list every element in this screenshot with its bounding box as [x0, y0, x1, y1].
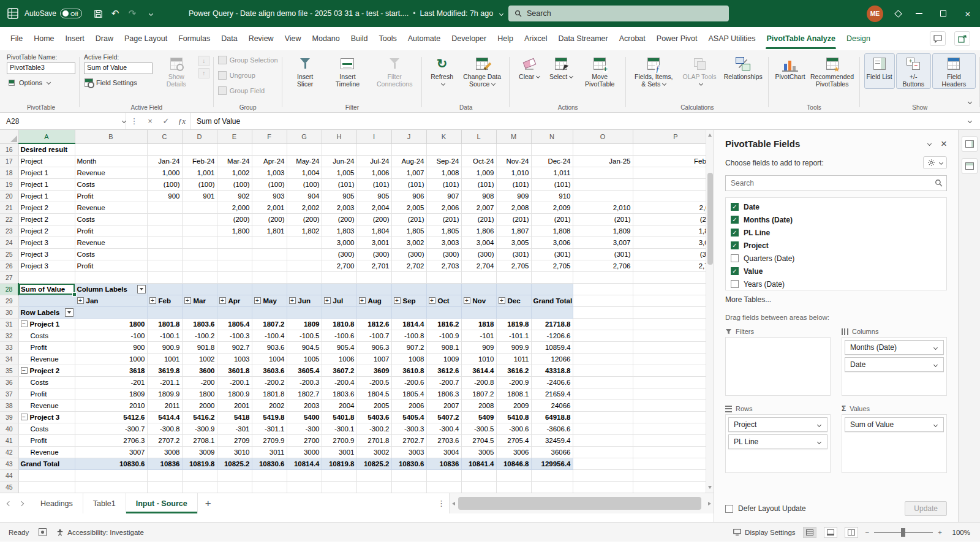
horizontal-scroll-thumb[interactable]	[458, 497, 701, 510]
cell-M38[interactable]: 2009	[496, 399, 531, 411]
cell-F35[interactable]: 3603.6	[252, 365, 287, 376]
cell-M43[interactable]: 10846.8	[496, 458, 531, 469]
cell-G35[interactable]: 3605.4	[287, 365, 322, 376]
cell-G37[interactable]: 1802.7	[287, 388, 322, 399]
cell-I26[interactable]: 2,701	[356, 260, 391, 271]
cell-A29[interactable]	[18, 295, 75, 306]
row-header-37[interactable]: 37	[0, 388, 18, 399]
cell-N21[interactable]: 2,009	[531, 202, 573, 213]
column-header-C[interactable]: C	[147, 130, 182, 143]
cell-M24[interactable]: 3,005	[496, 237, 531, 248]
area-box-filters[interactable]	[725, 337, 831, 396]
menu-tab-power-pivot[interactable]: Power Pivot	[651, 27, 703, 50]
cell-M42[interactable]: 3006	[496, 446, 531, 458]
cell-A42[interactable]: Revenue	[18, 446, 75, 458]
cell-C35[interactable]: 3619.8	[147, 365, 182, 376]
cell-B21[interactable]: Revenue	[75, 202, 147, 213]
fields-pane-tab-icon[interactable]	[962, 136, 978, 152]
cell-E33[interactable]: 902.7	[217, 341, 252, 353]
cell-I40[interactable]: -300.2	[356, 423, 391, 434]
cell-P32[interactable]	[633, 330, 706, 341]
cell-P33[interactable]	[633, 341, 706, 353]
cell-A20[interactable]: Project 1	[18, 190, 75, 202]
minimize-button[interactable]	[907, 0, 931, 27]
menu-tab-data-streamer[interactable]: Data Streamer	[552, 27, 613, 50]
cell-F23[interactable]: 1,801	[252, 225, 287, 237]
collapse-button[interactable]: −	[21, 367, 28, 374]
cell-F25[interactable]	[252, 248, 287, 260]
cell-N36[interactable]: -2406.6	[531, 376, 573, 388]
cell-A44[interactable]	[18, 469, 75, 481]
cell-K21[interactable]: 2,006	[426, 202, 461, 213]
cell-D19[interactable]: (100)	[182, 178, 217, 190]
field-checkbox[interactable]: ✓	[731, 241, 739, 249]
cell-N25[interactable]: (301)	[531, 248, 573, 260]
cell-L23[interactable]: 1,806	[461, 225, 496, 237]
field-item-months-date[interactable]: ✓Months (Date)	[727, 213, 945, 226]
cell-M36[interactable]: -200.9	[496, 376, 531, 388]
cell-B20[interactable]: Profit	[75, 190, 147, 202]
row-header-36[interactable]: 36	[0, 376, 18, 388]
secondary-pane-tab-icon[interactable]	[962, 158, 978, 174]
cell-G25[interactable]	[287, 248, 322, 260]
cell-J26[interactable]: 2,702	[391, 260, 426, 271]
cell-H41[interactable]: 2700.9	[322, 434, 356, 446]
cell-F41[interactable]: 2709.9	[252, 434, 287, 446]
menu-tab-data[interactable]: Data	[216, 27, 243, 50]
cell-O22[interactable]: (201)	[573, 213, 633, 225]
cell-B40[interactable]: -300.7	[75, 423, 147, 434]
last-modified[interactable]: Last Modified: 7h ago	[420, 9, 494, 18]
cell-A17[interactable]: Project	[18, 155, 75, 167]
field-checkbox[interactable]: ✓	[731, 203, 739, 211]
cell-C31[interactable]: 1801.8	[147, 318, 182, 330]
cell-K37[interactable]: 1806.3	[426, 388, 461, 399]
normal-view-button[interactable]	[803, 527, 816, 538]
cell-P25[interactable]: (301)	[633, 248, 706, 260]
cell-E25[interactable]	[217, 248, 252, 260]
field-headers-button[interactable]: Field Headers	[932, 53, 976, 89]
cell-F28[interactable]	[252, 283, 287, 295]
cell-I38[interactable]: 2005	[356, 399, 391, 411]
quick-access-chevron-icon[interactable]	[141, 5, 158, 22]
column-header-G[interactable]: G	[287, 130, 322, 143]
ribbon-collapse-button[interactable]	[966, 96, 971, 107]
cell-P30[interactable]	[633, 306, 706, 318]
cell-N30[interactable]	[531, 306, 573, 318]
cell-D29[interactable]: +Mar	[182, 295, 217, 306]
cell-J24[interactable]: 3,002	[391, 237, 426, 248]
cell-A33[interactable]: Profit	[18, 341, 75, 353]
cell-H38[interactable]: 2004	[322, 399, 356, 411]
cell-P39[interactable]	[633, 411, 706, 423]
cell-N27[interactable]	[531, 271, 573, 283]
cell-P28[interactable]	[633, 283, 706, 295]
cell-I37[interactable]: 1804.5	[356, 388, 391, 399]
cell-L28[interactable]	[461, 283, 496, 295]
cell-I25[interactable]: (300)	[356, 248, 391, 260]
comments-button[interactable]	[930, 31, 946, 46]
cell-A32[interactable]: Costs	[18, 330, 75, 341]
row-header-23[interactable]: 23	[0, 225, 18, 237]
cell-J42[interactable]: 3003	[391, 446, 426, 458]
cell-L24[interactable]: 3,004	[461, 237, 496, 248]
cell-B17[interactable]: Month	[75, 155, 147, 167]
cell-H34[interactable]: 1006	[322, 353, 356, 365]
cell-C30[interactable]	[147, 306, 182, 318]
cell-F19[interactable]: (100)	[252, 178, 287, 190]
cell-M34[interactable]: 1011	[496, 353, 531, 365]
cell-B33[interactable]: 900	[75, 341, 147, 353]
cell-D24[interactable]	[182, 237, 217, 248]
cell-O32[interactable]	[573, 330, 633, 341]
cell-N23[interactable]: 1,808	[531, 225, 573, 237]
cell-O30[interactable]	[573, 306, 633, 318]
row-header-27[interactable]: 27	[0, 271, 18, 283]
zoom-slider-thumb[interactable]	[901, 528, 905, 537]
cell-F43[interactable]: 10830.6	[252, 458, 287, 469]
field-checkbox[interactable]: ✓	[731, 216, 739, 224]
column-header-I[interactable]: I	[356, 130, 391, 143]
cell-E31[interactable]: 1805.4	[217, 318, 252, 330]
cell-L27[interactable]	[461, 271, 496, 283]
pivotchart-button[interactable]: PivotChart	[773, 53, 808, 89]
cell-B19[interactable]: Costs	[75, 178, 147, 190]
cell-F32[interactable]: -100.4	[252, 330, 287, 341]
cell-E34[interactable]: 1003	[217, 353, 252, 365]
